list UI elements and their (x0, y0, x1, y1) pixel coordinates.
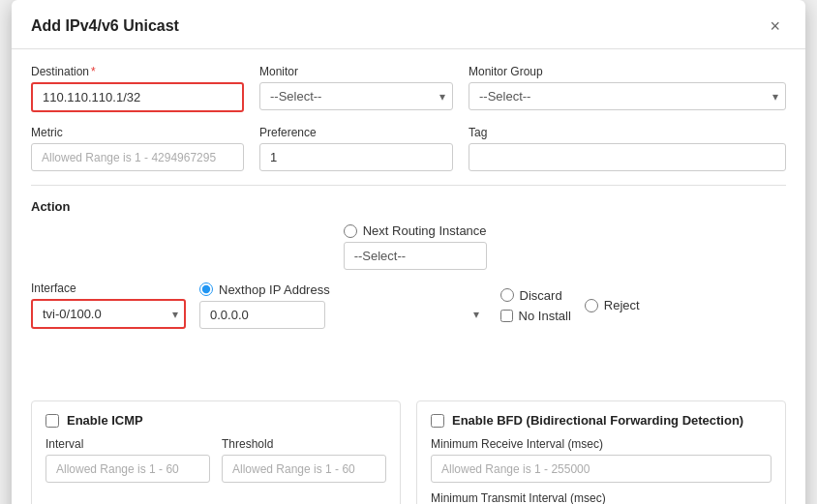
preference-group: Preference (259, 126, 453, 171)
icmp-threshold-input[interactable] (222, 455, 386, 483)
no-install-label: No Install (519, 309, 571, 323)
add-ipv4v6-unicast-dialog: Add IPv4/v6 Unicast × Destination* Monit… (12, 0, 805, 504)
nexthop-label: Nexthop IP Address (219, 282, 330, 297)
icmp-interval-field: Interval (45, 437, 210, 483)
destination-group: Destination* (31, 65, 244, 112)
icmp-interval-label: Interval (45, 437, 210, 451)
destination-input[interactable] (31, 82, 244, 112)
close-button[interactable]: × (764, 15, 786, 37)
monitor-group-select-wrapper: --Select-- (469, 82, 786, 110)
monitor-select-wrapper: --Select-- (259, 82, 453, 110)
interface-label: Interface (31, 282, 186, 295)
bfd-min-transmit-label: Minimum Transmit Interval (msec) (431, 491, 606, 504)
destination-label: Destination* (31, 65, 244, 78)
preference-input[interactable] (259, 143, 453, 171)
section-divider (31, 185, 786, 186)
destination-required: * (91, 65, 96, 78)
icmp-panel-header: Enable ICMP (45, 413, 386, 428)
panels-row: Enable ICMP Interval Threshold (31, 400, 786, 504)
metric-label: Metric (31, 126, 244, 139)
reject-radio-option[interactable]: Reject (585, 298, 640, 312)
routing-instance-section: Next Routing Instance --Select-- (344, 223, 487, 387)
monitor-label: Monitor (259, 65, 453, 78)
discard-radio-option[interactable]: Discard (500, 288, 571, 303)
dialog-header: Add IPv4/v6 Unicast × (12, 0, 805, 49)
dialog-body: Destination* Monitor --Select-- Monitor … (12, 49, 805, 504)
tag-input[interactable] (469, 143, 786, 171)
icmp-threshold-label: Threshold (222, 437, 386, 451)
nexthop-input[interactable] (199, 301, 325, 329)
bfd-min-receive-input[interactable] (431, 455, 772, 483)
discard-label: Discard (520, 288, 562, 303)
icmp-interval-input[interactable] (45, 455, 210, 483)
routing-instance-select[interactable]: --Select-- (344, 242, 487, 270)
preference-label: Preference (259, 126, 453, 139)
row-destination: Destination* Monitor --Select-- Monitor … (31, 65, 786, 112)
tag-label: Tag (469, 126, 786, 139)
monitor-group-label: Monitor Group (469, 65, 786, 78)
monitor-group-select[interactable]: --Select-- (469, 82, 786, 110)
action-row: Interface tvi-0/100.0 Nexthop IP Address (31, 223, 786, 387)
bfd-panel-title: Enable BFD (Bidirectional Forwarding Det… (452, 413, 743, 428)
dialog-title: Add IPv4/v6 Unicast (31, 17, 179, 35)
monitor-select[interactable]: --Select-- (259, 82, 453, 110)
icmp-checkbox[interactable] (45, 414, 59, 428)
bfd-panel: Enable BFD (Bidirectional Forwarding Det… (416, 400, 786, 504)
icmp-threshold-field: Threshold (222, 437, 386, 483)
interface-select-wrapper: tvi-0/100.0 (31, 299, 186, 329)
reject-group: Reject (585, 298, 640, 312)
row-metric: Metric Preference Tag (31, 126, 786, 171)
nexthop-radio[interactable] (199, 282, 213, 296)
metric-input[interactable] (31, 143, 244, 171)
bfd-checkbox[interactable] (431, 414, 444, 428)
routing-instance-select-wrapper: --Select-- (344, 242, 487, 387)
metric-group: Metric (31, 126, 244, 171)
routing-instance-radio-option[interactable]: Next Routing Instance (344, 223, 487, 238)
interface-select[interactable]: tvi-0/100.0 (31, 299, 186, 329)
no-install-checkbox[interactable] (500, 310, 513, 322)
routing-instance-label: Next Routing Instance (363, 223, 487, 238)
bfd-panel-header: Enable BFD (Bidirectional Forwarding Det… (431, 413, 772, 428)
icmp-panel: Enable ICMP Interval Threshold (31, 400, 401, 504)
nexthop-section: Nexthop IP Address (199, 282, 330, 329)
monitor-group-field2: Monitor Group --Select-- (469, 65, 786, 110)
monitor-group-field: Monitor --Select-- (259, 65, 453, 110)
discard-radio[interactable] (500, 288, 514, 302)
nexthop-radio-option[interactable]: Nexthop IP Address (199, 282, 330, 297)
routing-instance-radio[interactable] (344, 224, 357, 238)
icmp-panel-title: Enable ICMP (67, 413, 143, 428)
bfd-min-receive-field: Minimum Receive Interval (msec) (431, 437, 772, 483)
bfd-min-receive-label: Minimum Receive Interval (msec) (431, 437, 772, 451)
interface-group: Interface tvi-0/100.0 (31, 282, 186, 329)
no-install-radio-option[interactable]: No Install (500, 309, 571, 323)
tag-group: Tag (469, 126, 786, 171)
bfd-min-transmit-section: Minimum Transmit Interval (msec) (431, 490, 772, 504)
icmp-fields-row: Interval Threshold (45, 437, 386, 483)
reject-radio[interactable] (585, 299, 598, 312)
extra-options-group: Discard No Install (500, 288, 571, 323)
reject-label: Reject (604, 298, 640, 312)
action-section-label: Action (31, 199, 786, 214)
